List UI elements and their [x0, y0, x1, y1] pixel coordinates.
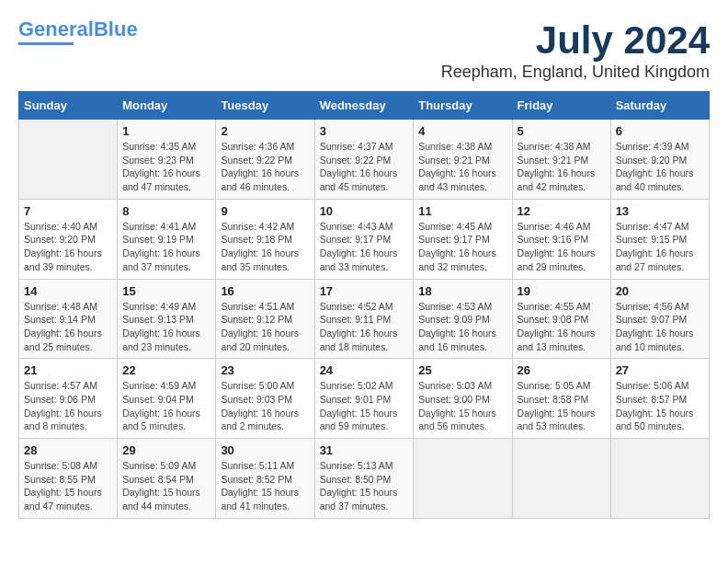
weekday-header-cell: Tuesday	[216, 92, 314, 120]
calendar-day-cell: 16Sunrise: 4:51 AM Sunset: 9:12 PM Dayli…	[216, 279, 314, 359]
day-info: Sunrise: 4:55 AM Sunset: 9:08 PM Dayligh…	[518, 300, 606, 354]
day-info: Sunrise: 4:47 AM Sunset: 9:15 PM Dayligh…	[616, 220, 704, 274]
day-number: 19	[518, 284, 606, 298]
calendar-week-row: 1Sunrise: 4:35 AM Sunset: 9:23 PM Daylig…	[19, 120, 710, 200]
calendar-week-row: 28Sunrise: 5:08 AM Sunset: 8:55 PM Dayli…	[19, 439, 710, 519]
calendar-body: 1Sunrise: 4:35 AM Sunset: 9:23 PM Daylig…	[19, 120, 710, 519]
day-info: Sunrise: 4:35 AM Sunset: 9:23 PM Dayligh…	[122, 140, 210, 194]
day-info: Sunrise: 4:41 AM Sunset: 9:19 PM Dayligh…	[122, 220, 210, 274]
day-number: 18	[418, 284, 506, 298]
day-number: 7	[24, 204, 112, 218]
logo-blue: Blue	[94, 17, 138, 40]
day-number: 11	[418, 204, 506, 218]
day-info: Sunrise: 4:48 AM Sunset: 9:14 PM Dayligh…	[24, 300, 112, 354]
day-number: 1	[122, 124, 210, 138]
logo: GeneralBlue	[18, 18, 138, 45]
day-info: Sunrise: 4:36 AM Sunset: 9:22 PM Dayligh…	[221, 140, 309, 194]
day-number: 12	[518, 204, 606, 218]
calendar-day-cell: 8Sunrise: 4:41 AM Sunset: 9:19 PM Daylig…	[118, 199, 216, 279]
calendar-day-cell: 14Sunrise: 4:48 AM Sunset: 9:14 PM Dayli…	[19, 279, 118, 359]
day-info: Sunrise: 5:08 AM Sunset: 8:55 PM Dayligh…	[24, 459, 112, 513]
calendar-day-cell: 30Sunrise: 5:11 AM Sunset: 8:52 PM Dayli…	[216, 439, 314, 519]
weekday-header-cell: Friday	[512, 92, 610, 120]
title-area: July 2024 Reepham, England, United Kingd…	[441, 18, 710, 82]
day-number: 26	[518, 363, 606, 377]
calendar-day-cell: 13Sunrise: 4:47 AM Sunset: 9:15 PM Dayli…	[610, 199, 709, 279]
day-info: Sunrise: 4:46 AM Sunset: 9:16 PM Dayligh…	[518, 220, 606, 274]
calendar-day-cell: 19Sunrise: 4:55 AM Sunset: 9:08 PM Dayli…	[512, 279, 610, 359]
day-info: Sunrise: 4:57 AM Sunset: 9:06 PM Dayligh…	[24, 379, 112, 433]
calendar-day-cell: 6Sunrise: 4:39 AM Sunset: 9:20 PM Daylig…	[610, 120, 709, 200]
month-title: July 2024	[441, 18, 710, 63]
calendar-day-cell: 5Sunrise: 4:38 AM Sunset: 9:21 PM Daylig…	[512, 120, 610, 200]
day-number: 28	[24, 443, 112, 457]
day-info: Sunrise: 4:42 AM Sunset: 9:18 PM Dayligh…	[221, 220, 309, 274]
calendar-week-row: 21Sunrise: 4:57 AM Sunset: 9:06 PM Dayli…	[19, 359, 710, 439]
day-info: Sunrise: 4:38 AM Sunset: 9:21 PM Dayligh…	[418, 140, 506, 194]
day-number: 17	[320, 284, 409, 298]
day-info: Sunrise: 4:43 AM Sunset: 9:17 PM Dayligh…	[320, 220, 409, 274]
day-number: 3	[320, 124, 409, 138]
day-info: Sunrise: 5:05 AM Sunset: 8:58 PM Dayligh…	[518, 379, 606, 433]
header: GeneralBlue July 2024 Reepham, England, …	[18, 18, 710, 82]
day-number: 4	[418, 124, 506, 138]
day-info: Sunrise: 4:59 AM Sunset: 9:04 PM Dayligh…	[122, 379, 210, 433]
calendar-day-cell: 18Sunrise: 4:53 AM Sunset: 9:09 PM Dayli…	[414, 279, 512, 359]
day-info: Sunrise: 4:52 AM Sunset: 9:11 PM Dayligh…	[320, 300, 409, 354]
weekday-header-cell: Thursday	[414, 92, 512, 120]
day-info: Sunrise: 4:38 AM Sunset: 9:21 PM Dayligh…	[518, 140, 606, 194]
calendar-week-row: 14Sunrise: 4:48 AM Sunset: 9:14 PM Dayli…	[19, 279, 710, 359]
weekday-header-cell: Wednesday	[314, 92, 414, 120]
day-number: 2	[221, 124, 309, 138]
calendar-table: SundayMondayTuesdayWednesdayThursdayFrid…	[18, 91, 710, 519]
weekday-header-cell: Monday	[118, 92, 216, 120]
calendar-day-cell: 28Sunrise: 5:08 AM Sunset: 8:55 PM Dayli…	[19, 439, 118, 519]
day-info: Sunrise: 4:53 AM Sunset: 9:09 PM Dayligh…	[418, 300, 506, 354]
day-number: 10	[320, 204, 409, 218]
day-number: 5	[518, 124, 606, 138]
calendar-day-cell	[610, 439, 709, 519]
day-number: 9	[221, 204, 309, 218]
day-info: Sunrise: 5:02 AM Sunset: 9:01 PM Dayligh…	[320, 379, 409, 433]
calendar-day-cell: 29Sunrise: 5:09 AM Sunset: 8:54 PM Dayli…	[118, 439, 216, 519]
calendar-day-cell: 20Sunrise: 4:56 AM Sunset: 9:07 PM Dayli…	[610, 279, 709, 359]
calendar-day-cell: 1Sunrise: 4:35 AM Sunset: 9:23 PM Daylig…	[118, 120, 216, 200]
weekday-header-cell: Saturday	[610, 92, 709, 120]
calendar-day-cell: 31Sunrise: 5:13 AM Sunset: 8:50 PM Dayli…	[314, 439, 414, 519]
calendar-day-cell: 3Sunrise: 4:37 AM Sunset: 9:22 PM Daylig…	[314, 120, 414, 200]
day-number: 16	[221, 284, 309, 298]
weekday-header-row: SundayMondayTuesdayWednesdayThursdayFrid…	[19, 92, 710, 120]
day-info: Sunrise: 4:51 AM Sunset: 9:12 PM Dayligh…	[221, 300, 309, 354]
day-info: Sunrise: 5:11 AM Sunset: 8:52 PM Dayligh…	[221, 459, 309, 513]
day-number: 24	[320, 363, 409, 377]
calendar-day-cell: 26Sunrise: 5:05 AM Sunset: 8:58 PM Dayli…	[512, 359, 610, 439]
calendar-day-cell: 25Sunrise: 5:03 AM Sunset: 9:00 PM Dayli…	[414, 359, 512, 439]
day-info: Sunrise: 5:13 AM Sunset: 8:50 PM Dayligh…	[320, 459, 409, 513]
calendar-day-cell: 15Sunrise: 4:49 AM Sunset: 9:13 PM Dayli…	[118, 279, 216, 359]
day-info: Sunrise: 5:03 AM Sunset: 9:00 PM Dayligh…	[418, 379, 506, 433]
day-number: 25	[418, 363, 506, 377]
day-number: 29	[122, 443, 210, 457]
calendar-day-cell: 10Sunrise: 4:43 AM Sunset: 9:17 PM Dayli…	[314, 199, 414, 279]
calendar-day-cell: 4Sunrise: 4:38 AM Sunset: 9:21 PM Daylig…	[414, 120, 512, 200]
day-info: Sunrise: 4:37 AM Sunset: 9:22 PM Dayligh…	[320, 140, 409, 194]
day-info: Sunrise: 4:40 AM Sunset: 9:20 PM Dayligh…	[24, 220, 112, 274]
day-info: Sunrise: 4:39 AM Sunset: 9:20 PM Dayligh…	[616, 140, 704, 194]
day-number: 21	[24, 363, 112, 377]
calendar-day-cell: 2Sunrise: 4:36 AM Sunset: 9:22 PM Daylig…	[216, 120, 314, 200]
day-number: 27	[616, 363, 704, 377]
day-number: 23	[221, 363, 309, 377]
day-info: Sunrise: 4:56 AM Sunset: 9:07 PM Dayligh…	[616, 300, 704, 354]
day-number: 31	[320, 443, 409, 457]
calendar-day-cell: 23Sunrise: 5:00 AM Sunset: 9:03 PM Dayli…	[216, 359, 314, 439]
day-info: Sunrise: 5:00 AM Sunset: 9:03 PM Dayligh…	[221, 379, 309, 433]
day-info: Sunrise: 5:09 AM Sunset: 8:54 PM Dayligh…	[122, 459, 210, 513]
day-number: 14	[24, 284, 112, 298]
logo-underline	[18, 42, 74, 45]
day-info: Sunrise: 5:06 AM Sunset: 8:57 PM Dayligh…	[616, 379, 704, 433]
day-number: 15	[122, 284, 210, 298]
day-number: 13	[616, 204, 704, 218]
calendar-day-cell: 12Sunrise: 4:46 AM Sunset: 9:16 PM Dayli…	[512, 199, 610, 279]
calendar-day-cell	[512, 439, 610, 519]
calendar-day-cell: 27Sunrise: 5:06 AM Sunset: 8:57 PM Dayli…	[610, 359, 709, 439]
